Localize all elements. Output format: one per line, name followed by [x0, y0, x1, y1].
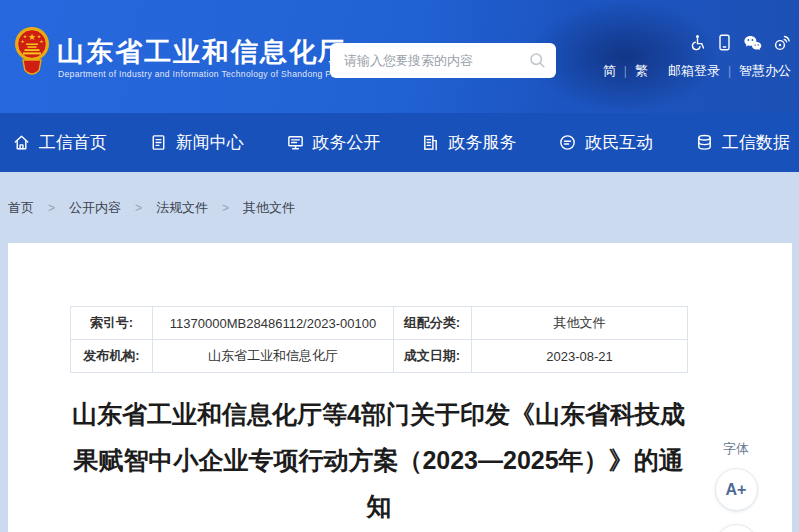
svg-text:★: ★: [39, 39, 43, 44]
weibo-icon[interactable]: [773, 34, 791, 51]
nav-item-label: 新闻中心: [176, 131, 244, 154]
category-label: 组配分类:: [394, 307, 472, 340]
nav-item-label: 政务服务: [448, 131, 516, 154]
national-emblem-logo[interactable]: ★ ★ ★ ★ ★: [13, 24, 51, 88]
font-widget-label: 字体: [714, 440, 758, 458]
nav-item-label: 政务公开: [313, 131, 381, 154]
chevron-right-icon: >: [222, 201, 229, 215]
accessibility-icon[interactable]: [689, 34, 706, 51]
smart-office-link[interactable]: 智慧办公: [739, 62, 791, 80]
main-nav: 工信首页 新闻中心 政务公开 政务服务: [0, 113, 799, 172]
category-value: 其他文件: [472, 307, 688, 340]
quick-icons-row: [603, 33, 791, 52]
svg-text:★: ★: [20, 39, 24, 44]
emblem-icon: ★ ★ ★ ★ ★: [13, 24, 51, 84]
mail-login-link[interactable]: 邮箱登录: [668, 62, 720, 80]
link-separator: |: [728, 64, 731, 78]
mobile-icon[interactable]: [717, 34, 732, 51]
monitor-icon: [286, 133, 305, 152]
svg-text:★: ★: [23, 34, 27, 39]
font-size-widget: 字体 A+ A-: [714, 440, 758, 532]
font-increase-button[interactable]: A+: [715, 468, 758, 511]
document-meta-table: 索引号: 11370000MB28486112/2023-00100 组配分类:…: [70, 306, 688, 373]
font-decrease-button[interactable]: A-: [715, 524, 758, 532]
publisher-value: 山东省工业和信息化厅: [153, 340, 394, 373]
nav-item-gov-info[interactable]: 政务公开: [286, 131, 381, 154]
site-title: 山东省工业和信息化厅: [57, 34, 347, 70]
nav-item-label: 工信首页: [39, 131, 107, 154]
index-number-value: 11370000MB28486112/2023-00100: [153, 307, 394, 340]
site-header: ★ ★ ★ ★ ★ 山东省工业和信息化厅 Department of Indus…: [0, 0, 799, 113]
svg-text:★: ★: [28, 32, 36, 42]
service-building-icon: [421, 133, 440, 152]
breadcrumb-open-content[interactable]: 公开内容: [69, 199, 121, 217]
chevron-right-icon: >: [48, 201, 55, 215]
nav-item-news[interactable]: 新闻中心: [149, 131, 244, 154]
breadcrumb-other-files: 其他文件: [243, 199, 295, 217]
search-input[interactable]: [344, 53, 529, 68]
nav-item-interaction[interactable]: 政民互动: [558, 131, 653, 154]
document-title: 山东省工业和信息化厅等4部门关于印发《山东省科技成果赋智中小企业专项行动方案（2…: [70, 391, 687, 529]
interaction-circle-icon: [558, 133, 577, 152]
meta-row: 发布机构: 山东省工业和信息化厅 成文日期: 2023-08-21: [71, 340, 688, 373]
breadcrumb-home[interactable]: 首页: [8, 199, 34, 217]
nav-item-label: 政民互动: [585, 131, 653, 154]
issue-date-label: 成文日期:: [394, 340, 472, 373]
issue-date-value: 2023-08-21: [472, 340, 688, 373]
document-card: 索引号: 11370000MB28486112/2023-00100 组配分类:…: [8, 243, 792, 532]
lang-traditional-link[interactable]: 繁: [635, 62, 648, 80]
nav-item-label: 工信数据: [722, 131, 790, 154]
lang-simplified-link[interactable]: 简: [603, 62, 616, 80]
search-box: [330, 43, 556, 78]
chevron-right-icon: >: [135, 201, 142, 215]
news-icon: [149, 133, 168, 152]
meta-row: 索引号: 11370000MB28486112/2023-00100 组配分类:…: [71, 307, 688, 340]
wechat-icon[interactable]: [743, 34, 762, 51]
header-links-row: 简 | 繁 邮箱登录 | 智慧办公: [603, 62, 791, 80]
header-utilities: 简 | 繁 邮箱登录 | 智慧办公: [603, 33, 791, 80]
nav-item-gov-service[interactable]: 政务服务: [421, 131, 516, 154]
site-subtitle: Department of Industry and Information T…: [58, 69, 361, 79]
home-icon: [12, 133, 31, 152]
nav-item-home[interactable]: 工信首页: [12, 131, 107, 154]
breadcrumb-regulation-files[interactable]: 法规文件: [156, 199, 208, 217]
index-number-label: 索引号:: [71, 307, 153, 340]
nav-item-data[interactable]: 工信数据: [695, 131, 790, 154]
database-icon: [695, 133, 714, 152]
breadcrumb: 首页 > 公开内容 > 法规文件 > 其他文件: [8, 172, 295, 243]
svg-text:★: ★: [37, 34, 41, 39]
link-separator: |: [624, 64, 627, 78]
search-icon[interactable]: [529, 52, 546, 69]
document-content: 索引号: 11370000MB28486112/2023-00100 组配分类:…: [70, 306, 687, 529]
publisher-label: 发布机构:: [71, 340, 153, 373]
